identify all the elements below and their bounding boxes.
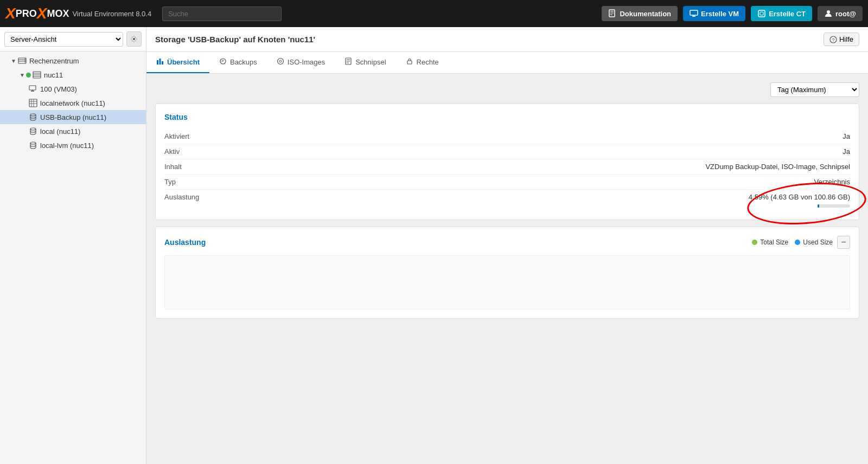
right-panel: Tag (Maximum) Stunde (Durchschnitt) Tag … (155, 82, 859, 319)
expand-arrow: ▼ (11, 58, 16, 64)
svg-text:?: ? (832, 37, 834, 43)
svg-rect-35 (159, 59, 161, 65)
period-row: Tag (Maximum) Stunde (Durchschnitt) Tag … (155, 82, 859, 97)
svg-rect-21 (29, 86, 36, 90)
logo: X PRO X MOX Virtual Environment 8.0.4 (5, 5, 151, 22)
gear-button[interactable] (126, 31, 142, 47)
svg-point-15 (24, 60, 25, 61)
storage-icon-usb (28, 112, 38, 122)
svg-point-30 (30, 128, 36, 130)
content: Storage 'USB-Backup' auf Knoten 'nuc11' … (146, 27, 868, 464)
svg-point-31 (30, 142, 36, 144)
create-ct-button[interactable]: Erstelle CT (751, 6, 812, 21)
user-label: root@ (835, 10, 856, 18)
status-row-typ: Typ Verzeichnis (164, 175, 850, 190)
ct-label: Erstelle CT (769, 10, 806, 18)
sidebar-item-localnetwork[interactable]: localnetwork (nuc11) (0, 96, 146, 110)
status-row-aktiv: Aktiv Ja (164, 144, 850, 159)
server-view-select[interactable]: Server-Ansicht (4, 32, 123, 47)
tab-ubersicht[interactable]: Übersicht (146, 52, 209, 73)
tab-rechte-label: Rechte (417, 58, 439, 66)
sidebar-item-rechenzentrum[interactable]: ▼ Rechenzentrum (0, 54, 146, 68)
logo-x1: X (5, 5, 16, 22)
svg-point-9 (827, 10, 830, 14)
status-key-auslastung: Auslastung (164, 193, 199, 208)
auslastung-bar-bg (818, 204, 850, 208)
svg-rect-8 (760, 12, 763, 15)
nuc11-label: nuc11 (44, 71, 63, 79)
auslastung-value-container: 4.59% (4.63 GB von 100.86 GB) (749, 193, 850, 201)
status-title: Status (164, 113, 850, 121)
svg-point-29 (30, 114, 36, 116)
storage-icon-lvm (28, 140, 38, 150)
sidebar-item-local[interactable]: local (nuc11) (0, 124, 146, 138)
tab-backups[interactable]: Backups (209, 52, 267, 73)
node-icon (32, 70, 42, 80)
chart-icon (156, 57, 164, 67)
tab-iso-images[interactable]: ISO-Images (267, 52, 335, 73)
doc-icon (608, 9, 617, 18)
tab-iso-label: ISO-Images (288, 58, 325, 66)
monitor-icon (690, 9, 698, 18)
chart-box: Auslastung Total Size Used Size (155, 227, 859, 319)
legend-dot-used (795, 240, 800, 245)
status-value-aktiviert: Ja (843, 132, 850, 140)
snippet-icon (344, 57, 352, 67)
search-input[interactable] (162, 7, 282, 21)
help-label: Hilfe (839, 35, 853, 43)
legend-used-label: Used Size (803, 239, 833, 246)
local-label: local (nuc11) (40, 127, 80, 136)
auslastung-bar-fill (818, 204, 819, 208)
svg-rect-24 (29, 99, 37, 107)
create-vm-button[interactable]: Erstelle VM (683, 6, 745, 21)
tab-backups-label: Backups (230, 58, 257, 66)
chart-minus-button[interactable]: − (837, 236, 850, 249)
logo-pro: PRO (16, 8, 37, 20)
expand-arrow-nuc11: ▼ (20, 72, 25, 78)
vm-icon (28, 84, 38, 94)
topbar: X PRO X MOX Virtual Environment 8.0.4 Do… (0, 0, 868, 27)
sidebar-item-local-lvm[interactable]: local-lvm (nuc11) (0, 138, 146, 152)
sidebar-item-nuc11[interactable]: ▼ nuc11 (0, 68, 146, 82)
status-row-inhalt: Inhalt VZDump Backup-Datei, ISO-Image, S… (164, 159, 850, 175)
auslastung-bar-container (818, 204, 850, 208)
vm-label: Erstelle VM (701, 10, 739, 18)
help-button[interactable]: ? Hilfe (824, 33, 859, 46)
period-select[interactable]: Tag (Maximum) Stunde (Durchschnitt) Tag … (770, 82, 859, 97)
tab-schnipsel[interactable]: Schnipsel (335, 52, 395, 73)
tab-ubersicht-label: Übersicht (167, 58, 200, 66)
tab-rechte[interactable]: Rechte (396, 52, 449, 73)
status-value-typ: Verzeichnis (814, 178, 850, 186)
network-icon (28, 98, 38, 108)
svg-point-38 (277, 59, 283, 65)
user-button[interactable]: root@ (818, 6, 863, 21)
chart-title: Auslastung (164, 238, 206, 247)
sidebar-item-usb-backup[interactable]: USB-Backup (nuc11) (0, 110, 146, 124)
logo-mox: MOX (47, 8, 69, 20)
sidebar-header: Server-Ansicht (0, 27, 146, 51)
svg-point-39 (279, 60, 282, 62)
status-key-inhalt: Inhalt (164, 163, 182, 171)
svg-rect-4 (690, 10, 698, 15)
status-key-aktiv: Aktiv (164, 147, 180, 156)
logo-version: Virtual Environment 8.0.4 (72, 10, 151, 18)
localnetwork-label: localnetwork (nuc11) (40, 99, 105, 107)
tabs: Übersicht Backups ISO-Images Schnipsel (146, 52, 868, 74)
gear-icon (130, 35, 138, 43)
status-key-aktiviert: Aktiviert (164, 132, 189, 140)
content-header: Storage 'USB-Backup' auf Knoten 'nuc11' … (146, 27, 868, 52)
legend-total-label: Total Size (760, 239, 788, 246)
svg-rect-34 (157, 60, 158, 65)
svg-rect-36 (162, 61, 163, 65)
chart-area (164, 255, 850, 310)
tab-schnipsel-label: Schnipsel (355, 58, 386, 66)
sidebar-item-vm100[interactable]: 100 (VM03) (0, 82, 146, 96)
status-row-auslastung: Auslastung 4.59% (4.63 GB von 100.86 GB) (164, 190, 850, 211)
status-value-aktiv: Ja (843, 147, 850, 156)
usb-backup-label: USB-Backup (nuc11) (40, 113, 106, 121)
user-icon (824, 9, 833, 18)
rechenzentrum-label: Rechenzentrum (29, 57, 79, 65)
status-value-inhalt: VZDump Backup-Datei, ISO-Image, Schnipse… (705, 163, 850, 171)
documentation-button[interactable]: Dokumentation (602, 6, 678, 21)
search-box[interactable] (162, 7, 282, 21)
